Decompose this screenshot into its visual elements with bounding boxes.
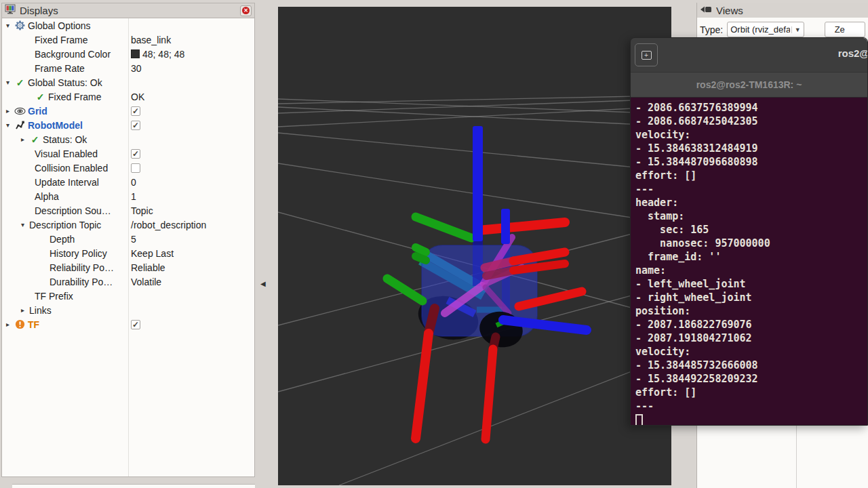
displays-property-tree: ▾Global OptionsFixed Framebase_linkBackg… <box>2 18 254 476</box>
new-tab-button[interactable]: + <box>635 43 658 66</box>
property-value[interactable] <box>131 161 140 175</box>
terminal-line: - right_wheel_joint <box>635 291 867 304</box>
close-button[interactable]: ✕ <box>240 5 252 16</box>
tree-row[interactable]: TF Prefix <box>2 289 254 303</box>
chevron-down-icon: ▼ <box>791 26 801 33</box>
views-panel-header[interactable]: Views <box>697 3 868 18</box>
checkbox-checked[interactable]: ✓ <box>131 320 140 329</box>
tree-row[interactable]: ▾RobotModel✓ <box>2 118 254 132</box>
terminal-line: - 2087.186822769076 <box>635 318 867 331</box>
check-icon: ✓ <box>29 134 41 145</box>
view-type-label: Type: <box>700 24 723 35</box>
tree-row[interactable]: Collision Enabled <box>2 161 254 175</box>
property-value[interactable]: ✓ <box>131 317 140 331</box>
tree-row[interactable]: Fixed Framebase_link <box>2 33 254 47</box>
view-type-dropdown[interactable]: Orbit (rviz_defau ▼ <box>727 22 804 37</box>
terminal-window[interactable]: + ros2@ ros2@ros2-TM1613R: ~ - 2086.6637… <box>630 37 868 426</box>
expander-open-icon[interactable]: ▾ <box>6 22 14 29</box>
terminal-tab-bar[interactable]: ros2@ros2-TM1613R: ~ <box>631 72 867 98</box>
tree-row[interactable]: Frame Rate30 <box>2 61 254 75</box>
terminal-line: effort: [] <box>635 386 867 399</box>
expander-open-icon[interactable]: ▾ <box>21 221 29 228</box>
tree-row[interactable]: ▾Description Topic/robot_description <box>2 218 254 232</box>
property-value[interactable]: OK <box>131 89 144 104</box>
views-panel-title: Views <box>716 5 743 16</box>
terminal-line: --- <box>635 182 867 196</box>
tree-row[interactable]: ✓Fixed FrameOK <box>2 89 254 104</box>
views-icon <box>700 4 712 16</box>
tf-icon <box>14 319 26 330</box>
zero-button[interactable]: Ze <box>825 22 865 37</box>
property-value[interactable]: Keep Last <box>131 246 174 260</box>
collapse-arrow-icon: ◀ <box>260 280 266 287</box>
property-label: Global Options <box>28 20 91 31</box>
property-value[interactable]: ✓ <box>131 104 140 118</box>
gear-icon <box>14 20 26 31</box>
tree-row[interactable]: Background Color48; 48; 48 <box>2 47 254 61</box>
property-value[interactable]: 0 <box>131 175 136 189</box>
close-icon: ✕ <box>242 7 250 14</box>
expander-open-icon[interactable]: ▾ <box>6 79 14 86</box>
tree-row[interactable]: ▸TF✓ <box>2 317 254 331</box>
terminal-line: - 2087.191804271062 <box>635 331 867 345</box>
displays-panel-header[interactable]: Displays ✕ <box>2 3 254 18</box>
3d-scene[interactable] <box>278 7 671 485</box>
property-value[interactable]: /robot_description <box>131 218 206 232</box>
property-value[interactable]: 1 <box>131 189 136 203</box>
property-label: Links <box>29 305 52 316</box>
property-label: Description Sou… <box>35 205 111 216</box>
checkbox-unchecked[interactable] <box>131 163 140 173</box>
tree-row[interactable]: Update Interval0 <box>2 175 254 189</box>
property-value[interactable]: ✓ <box>131 146 140 161</box>
tree-row[interactable]: ▸✓Status: Ok <box>2 132 254 146</box>
expander-closed-icon[interactable]: ▸ <box>6 107 14 115</box>
grid-icon <box>14 106 26 117</box>
checkbox-checked[interactable]: ✓ <box>131 121 140 130</box>
property-label: Grid <box>28 106 47 117</box>
property-value[interactable]: 30 <box>131 61 142 75</box>
tree-row[interactable]: History PolicyKeep Last <box>2 246 254 260</box>
property-value[interactable]: Reliable <box>131 260 165 274</box>
tree-row[interactable]: Durability Po…Volatile <box>2 274 254 289</box>
expander-closed-icon[interactable]: ▸ <box>6 321 14 328</box>
terminal-line: effort: [] <box>635 169 867 182</box>
tree-row[interactable]: Reliability Po…Reliable <box>2 260 254 274</box>
property-value[interactable]: 48; 48; 48 <box>131 47 184 61</box>
expander-open-icon[interactable]: ▾ <box>6 121 14 129</box>
property-value[interactable]: Volatile <box>131 274 161 289</box>
tree-row[interactable]: ▾Global Options <box>2 18 254 33</box>
displays-panel-title: Displays <box>20 5 58 16</box>
tree-row[interactable]: Alpha1 <box>2 189 254 203</box>
tree-row[interactable]: Visual Enabled✓ <box>2 146 254 161</box>
terminal-output[interactable]: - 2086.6637576389994- 2086.6687425042305… <box>631 98 867 425</box>
tree-row[interactable]: ▾✓Global Status: Ok <box>2 75 254 89</box>
property-value[interactable]: 5 <box>131 232 136 246</box>
color-swatch <box>131 49 140 58</box>
property-label: Durability Po… <box>50 277 113 287</box>
terminal-line: sec: 165 <box>635 223 867 237</box>
property-value[interactable]: ✓ <box>131 118 140 132</box>
tree-row[interactable]: Depth5 <box>2 232 254 246</box>
property-value[interactable]: Topic <box>131 203 153 218</box>
check-icon: ✓ <box>14 77 26 88</box>
tree-row[interactable]: ▸Grid✓ <box>2 104 254 118</box>
expander-closed-icon[interactable]: ▸ <box>21 136 29 143</box>
tree-row[interactable]: Description Sou…Topic <box>2 203 254 218</box>
terminal-line: frame_id: '' <box>635 250 867 264</box>
checkbox-checked[interactable]: ✓ <box>131 149 140 159</box>
property-label: Collision Enabled <box>35 163 108 174</box>
property-value[interactable]: base_link <box>131 33 171 47</box>
terminal-line: - 15.384487096680898 <box>635 155 867 169</box>
terminal-titlebar[interactable]: + ros2@ <box>631 38 867 72</box>
terminal-window-title: ros2@ <box>838 47 868 59</box>
tree-row[interactable]: ▸Links <box>2 303 254 317</box>
terminal-line: - 15.384485732666008 <box>635 359 867 372</box>
terminal-line: nanosec: 957000000 <box>635 237 867 250</box>
checkbox-checked[interactable]: ✓ <box>131 106 140 116</box>
3d-viewport[interactable] <box>278 7 671 485</box>
terminal-line: - left_wheel_joint <box>635 277 867 291</box>
panel-collapse-handle[interactable]: ◀ <box>260 277 270 289</box>
terminal-line: velocity: <box>635 345 867 359</box>
expander-closed-icon[interactable]: ▸ <box>21 306 29 314</box>
terminal-line: position: <box>635 304 867 318</box>
